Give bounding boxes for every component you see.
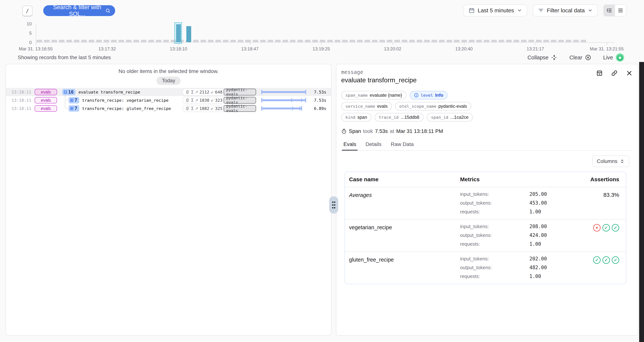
attribute-chip[interactable]: kind span (341, 113, 372, 121)
panel-resize-handle[interactable] (329, 196, 338, 214)
filter-local-dropdown[interactable]: Filter local data (533, 5, 598, 17)
columns-button[interactable]: Columns (592, 155, 629, 167)
collapse-children-toggle[interactable]: ⊟ 16 (62, 89, 76, 95)
metric-key: requests: (460, 241, 530, 247)
span-cell: ⊞ 7 transform_recipe: gluten_free_recipe (62, 104, 177, 113)
status-row: Showing records from the last 5 minutes … (0, 53, 644, 62)
metric-key: requests: (460, 209, 530, 215)
y-axis-line (36, 24, 36, 45)
search-button[interactable]: Search & filter with SQL... (43, 5, 115, 16)
assertions-percentage: 83.3% (604, 192, 619, 198)
x-axis-label: Mar 31. 13:16:55 (19, 46, 52, 52)
row-timestamp: 13:18:11 (12, 106, 30, 111)
x-tick-mark (464, 43, 464, 45)
expand-toggle-icon: ⊞ (70, 106, 74, 111)
trace-list-panel: No older items in the selected time wind… (6, 64, 332, 336)
case-name: gluten_free_recipe (349, 256, 460, 263)
span-duration-line: Span took 7.53s at Mar 31 13:18:11 PM (341, 128, 632, 134)
span-duration: 7.53s (375, 128, 388, 134)
metric-key: output_tokens: (460, 265, 530, 270)
copy-link-button[interactable] (611, 70, 618, 77)
attribute-chip[interactable]: trace_id ...15ddb8 (374, 113, 424, 121)
stopwatch-icon (341, 128, 347, 134)
attribute-chip[interactable]: otel_scope_name pydantic-evals (395, 102, 471, 110)
histogram-plot[interactable]: Mar 31. 13:16:5513:17:3213:18:1013:18:47… (36, 24, 615, 43)
tab-details[interactable]: Details (365, 141, 382, 150)
duration-text: 7.53s (312, 90, 326, 94)
x-axis-label: 13:17:32 (98, 46, 116, 52)
metric-value: 208.00 (530, 224, 573, 229)
chip-value: span (358, 115, 367, 120)
search-icon (105, 8, 110, 14)
collapse-vertical-icon (551, 54, 557, 61)
metric-key: output_tokens: (460, 232, 530, 238)
service-tag: evals (35, 97, 57, 103)
attribute-chip[interactable]: span_id ...1ca2ce (427, 113, 473, 121)
chip-key: kind (346, 115, 355, 120)
grip-dots-icon (332, 201, 336, 209)
table-row[interactable]: vegetarian_recipe input_tokens:208.00 ou… (345, 219, 626, 251)
input-arrow-icon: ↗ (195, 98, 198, 102)
clear-button[interactable]: Clear (569, 54, 591, 61)
y-axis-label: 5 (29, 31, 32, 36)
span-cell: ⊟ 16 evaluate transform_recipe (62, 88, 177, 96)
trace-row[interactable]: 13:18:11 evals ⊟ 16 evaluate transform_r… (6, 88, 331, 96)
close-panel-button[interactable] (626, 70, 633, 77)
dock-panel-button[interactable] (596, 70, 603, 77)
tree-view-toggle[interactable] (604, 5, 615, 16)
assertions-cell: 83.3% (573, 191, 619, 198)
level-chip[interactable]: level Info (410, 91, 448, 99)
coin-icon (185, 90, 190, 94)
attribute-chip[interactable]: service_name evals (341, 102, 392, 110)
tab-raw-data[interactable]: Raw Data (390, 141, 414, 150)
attribute-chip[interactable]: span_name evaluate {name} (341, 91, 406, 99)
showing-records-text: Showing records from the last 5 minutes (18, 55, 111, 61)
table-row[interactable]: gluten_free_recipe input_tokens:202.00 o… (345, 251, 626, 284)
service-tag: evals (35, 105, 57, 112)
empty-buckets-strip (36, 40, 586, 42)
metric-value: 205.00 (530, 191, 573, 197)
histogram-selection[interactable] (174, 22, 182, 44)
x-axis-label: 13:20:40 (455, 46, 472, 52)
detail-tabs: Evals Details Raw Data (341, 141, 632, 151)
live-label: Live (603, 55, 613, 61)
metrics-cell: input_tokens:208.00 output_tokens:424.00… (460, 224, 573, 247)
column-header-metrics: Metrics (460, 176, 573, 183)
x-tick-mark (250, 43, 250, 45)
at-word: at (390, 128, 394, 134)
expand-children-toggle[interactable]: ⊞ 7 (68, 105, 79, 112)
sigma-icon: Σ (191, 90, 194, 94)
duration-text: 7.53s (312, 98, 326, 103)
filter-icon (538, 8, 544, 14)
tree-connector (65, 95, 68, 100)
expand-children-toggle[interactable]: ⊞ 7 (68, 97, 79, 103)
x-axis-label: Mar 31. 13:21:55 (590, 46, 624, 52)
histogram-bar[interactable] (186, 26, 191, 42)
child-count: 16 (68, 89, 74, 95)
otel-scope-tag: pydantic-evals (224, 89, 256, 95)
metric-value: 424.00 (530, 232, 573, 238)
collapse-button[interactable]: Collapse (528, 54, 558, 61)
assertions-cell: ✓✓✓ (573, 256, 619, 264)
time-range-dropdown[interactable]: Last 5 minutes (464, 5, 527, 17)
record-kind-label: message (341, 69, 632, 75)
x-tick-mark (36, 43, 36, 45)
link-icon (611, 70, 618, 77)
column-header-case-name: Case name (349, 176, 460, 183)
span-name: evaluate transform_recipe (78, 90, 140, 94)
assertion-pass-icon: ✓ (593, 256, 600, 264)
metrics-cell: input_tokens:202.00 output_tokens:482.00… (460, 256, 573, 279)
live-button[interactable]: Live ◆ (603, 53, 624, 62)
duration-text: 6.89s (312, 106, 326, 111)
service-tag: evals (35, 89, 57, 95)
span-word: Span (349, 128, 361, 134)
list-view-toggle[interactable] (615, 5, 626, 16)
x-axis-label: 13:21:17 (526, 46, 544, 52)
evals-table-header: Case name Metrics Assertions (345, 172, 626, 187)
trace-row[interactable]: 13:18:11 evals ⊞ 7 transform_recipe: veg… (6, 96, 331, 104)
trace-row[interactable]: 13:18:11 evals ⊞ 7 transform_recipe: glu… (6, 104, 331, 113)
assertion-pass-icon: ✓ (602, 256, 610, 264)
table-row[interactable]: Averages input_tokens:205.00 output_toke… (345, 187, 626, 219)
coin-icon (185, 106, 190, 111)
tab-evals[interactable]: Evals (343, 141, 356, 150)
